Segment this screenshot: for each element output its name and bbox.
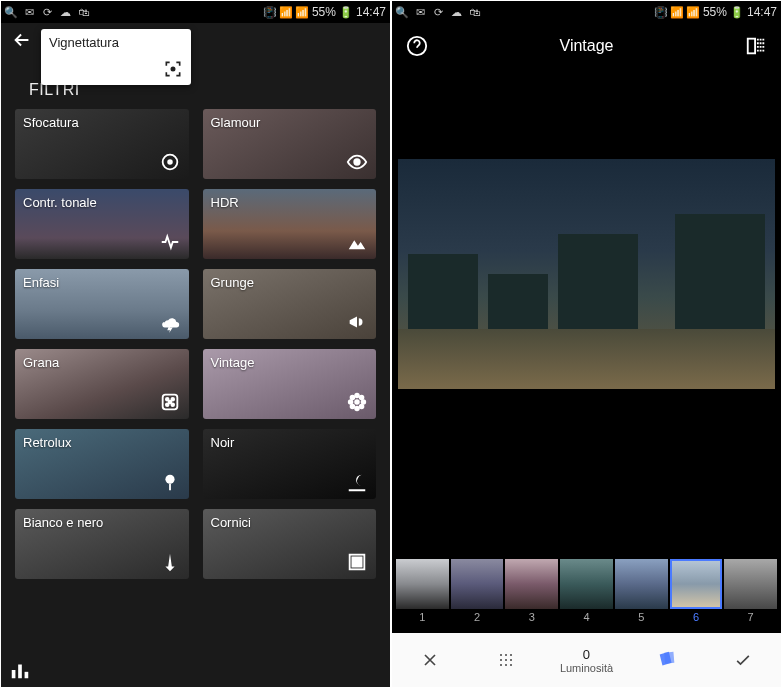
frame-icon [346,551,368,573]
svg-point-2 [168,160,172,164]
filter-tile-enfasi[interactable]: Enfasi [15,269,189,339]
preset-thumbnail-7[interactable]: 7 [724,559,777,623]
preset-swatch [670,559,723,609]
adjust-value-display[interactable]: 0 Luminosità [560,647,613,674]
preset-swatch [451,559,504,609]
signal-icon: 📶 [296,6,308,18]
preset-thumbnail-2[interactable]: 2 [451,559,504,623]
filter-label: Sfocatura [23,115,181,130]
svg-point-27 [500,654,502,656]
sync-icon: ⟳ [432,6,444,18]
mail-icon: ✉ [23,6,35,18]
wifi-icon: 📶 [280,6,292,18]
filter-label: Retrolux [23,435,181,450]
preset-number: 7 [748,611,754,623]
status-bar: 🔍 ✉ ⟳ ☁ 🛍 📳 📶 📶 55% 🔋 14:47 [1,1,390,23]
store-icon: 🛍 [77,6,89,18]
filter-tile-cornici[interactable]: Cornici [203,509,377,579]
vignette-tool-card[interactable]: Vignettatura [41,29,191,85]
svg-point-8 [171,403,174,406]
svg-point-28 [505,654,507,656]
histogram-button[interactable] [9,659,31,681]
back-button[interactable] [11,29,41,51]
filter-tile-grunge[interactable]: Grunge [203,269,377,339]
adjust-label: Luminosità [560,662,613,674]
right-screen: 🔍 ✉ ⟳ ☁ 🛍 📳 📶 📶 55% 🔋 14:47 Vintage 1234… [391,0,782,688]
grid-button[interactable] [484,638,528,682]
preset-number: 2 [474,611,480,623]
vignette-label: Vignettatura [49,35,183,50]
svg-point-5 [165,398,168,401]
cloud-bolt-icon [159,311,181,333]
preset-swatch [724,559,777,609]
svg-point-35 [510,664,512,666]
filter-tile-hdr[interactable]: HDR [203,189,377,259]
preset-number: 6 [693,611,699,623]
preset-swatch [396,559,449,609]
preset-thumbnail-4[interactable]: 4 [560,559,613,623]
preset-number: 4 [583,611,589,623]
svg-point-33 [500,664,502,666]
compare-button[interactable] [745,35,767,57]
mail-icon: ✉ [414,6,426,18]
preset-number: 5 [638,611,644,623]
eiffel-icon [159,551,181,573]
svg-point-34 [505,664,507,666]
preset-thumbnail-5[interactable]: 5 [615,559,668,623]
filter-tile-sfocatura[interactable]: Sfocatura [15,109,189,179]
preset-thumbnail-6[interactable]: 6 [670,559,723,623]
apply-button[interactable] [721,638,765,682]
filter-tile-contr-tonale[interactable]: Contr. tonale [15,189,189,259]
store-icon: 🛍 [468,6,480,18]
eye-icon [346,151,368,173]
left-screen: 🔍 ✉ ⟳ ☁ 🛍 📳 📶 📶 55% 🔋 14:47 Vignettatura [0,0,391,688]
svg-point-19 [165,475,174,484]
svg-point-29 [510,654,512,656]
svg-point-31 [505,659,507,661]
preset-number: 1 [419,611,425,623]
help-button[interactable] [406,35,428,57]
vibrate-icon: 📳 [264,6,276,18]
svg-point-16 [359,395,365,401]
svg-point-30 [500,659,502,661]
styles-button[interactable] [645,638,689,682]
svg-point-32 [510,659,512,661]
adjust-value: 0 [583,647,590,662]
cancel-button[interactable] [408,638,452,682]
clock-text: 14:47 [747,5,777,19]
svg-point-18 [359,404,365,410]
svg-point-7 [165,403,168,406]
preset-thumbnail-1[interactable]: 1 [396,559,449,623]
svg-rect-26 [748,39,755,54]
filter-label: Grana [23,355,181,370]
balloon-icon [159,471,181,493]
image-preview[interactable] [398,159,775,389]
filter-label: Grunge [211,275,369,290]
pulse-icon [159,231,181,253]
svg-rect-21 [352,557,361,566]
cloud-icon: ☁ [59,6,71,18]
filter-tile-vintage[interactable]: Vintage [203,349,377,419]
megaphone-icon [346,311,368,333]
search-icon: 🔍 [396,6,408,18]
sync-icon: ⟳ [41,6,53,18]
status-bar: 🔍 ✉ ⟳ ☁ 🛍 📳 📶 📶 55% 🔋 14:47 [392,1,781,23]
clock-text: 14:47 [356,5,386,19]
preset-thumbnail-3[interactable]: 3 [505,559,558,623]
preset-thumbnails: 1234567 [392,559,781,633]
battery-text: 55% [703,5,727,19]
svg-point-10 [354,399,360,405]
filter-tile-noir[interactable]: Noir [203,429,377,499]
wifi-icon: 📶 [671,6,683,18]
filter-tile-grana[interactable]: Grana [15,349,189,419]
filter-label: Contr. tonale [23,195,181,210]
search-icon: 🔍 [5,6,17,18]
filter-tile-retrolux[interactable]: Retrolux [15,429,189,499]
filter-tile-bianco-e-nero[interactable]: Bianco e nero [15,509,189,579]
filter-tile-glamour[interactable]: Glamour [203,109,377,179]
svg-point-17 [350,404,356,410]
night-icon [346,471,368,493]
filter-label: Glamour [211,115,369,130]
cloud-icon: ☁ [450,6,462,18]
filter-label: HDR [211,195,369,210]
